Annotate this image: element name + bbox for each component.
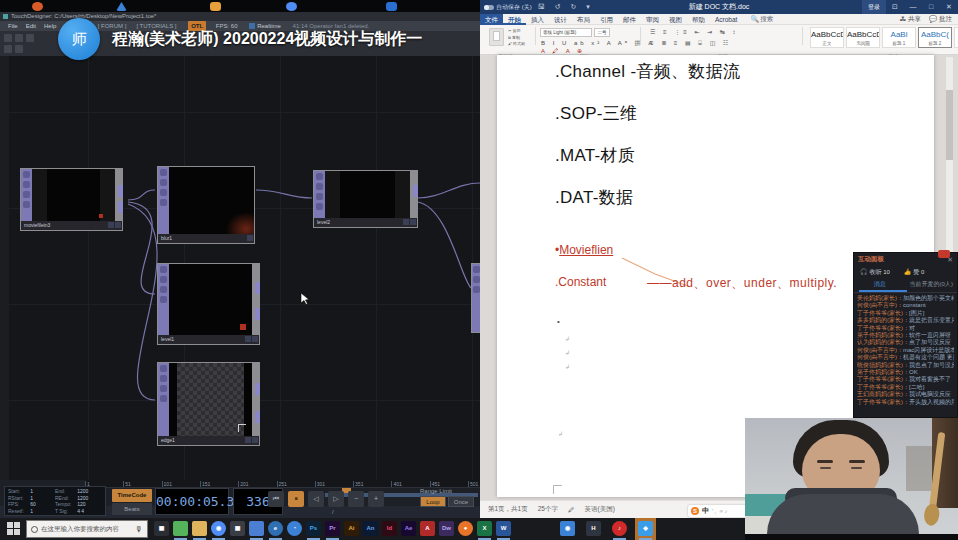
taskbar-icon-illustrator[interactable]: Ai (344, 521, 359, 536)
node-blur1[interactable]: blur1 (157, 166, 255, 244)
td-toolbar-icon[interactable] (4, 45, 12, 53)
node-add-button[interactable] (410, 219, 416, 225)
node-partial[interactable] (471, 263, 480, 333)
td-toolbar-icon[interactable] (15, 34, 23, 42)
node-output-connector[interactable] (255, 282, 260, 294)
font-name-select[interactable]: 等线 Light (标题) (540, 28, 592, 37)
loop-button[interactable]: Loop (420, 496, 446, 507)
node-flags[interactable] (158, 264, 169, 335)
style-标题 1[interactable]: AaBl标题 1 (882, 27, 916, 48)
mic-icon[interactable]: 🎙 (135, 525, 143, 534)
font-tools-row2[interactable]: A 🖍 A ⊕ (541, 47, 585, 54)
node-output-connector[interactable] (413, 185, 418, 197)
td-menu-file[interactable]: File (8, 21, 18, 31)
taskbar-icon-photoshop[interactable]: Ps (306, 521, 321, 536)
taskbar-icon-chrome[interactable]: ◉ (211, 521, 226, 536)
node-add-button[interactable] (252, 336, 258, 342)
node-add-button[interactable] (252, 437, 258, 443)
page-indicator[interactable]: 第1页，共1页 (488, 505, 528, 514)
desktop-icon[interactable] (286, 2, 297, 11)
minimize-button[interactable]: — (904, 0, 922, 14)
node-flags[interactable] (314, 171, 325, 218)
login-button[interactable]: 登录 (862, 0, 886, 14)
td-toolbar-icon[interactable] (15, 45, 23, 53)
node-level1[interactable]: level1 (157, 263, 260, 345)
td-toolbar-icon[interactable] (26, 34, 34, 42)
node-output-connector[interactable] (255, 383, 260, 395)
taskbar-icon-edge[interactable]: e (268, 521, 283, 536)
paragraph-tools-row1[interactable]: ☰ ≡ ⋮≡ ⇤ ⇥ ↹ ↕ (650, 28, 738, 35)
td-toolbar-icon[interactable] (4, 34, 12, 42)
taskbar-icon-premiere[interactable]: Pr (325, 521, 340, 536)
td-network-editor[interactable]: moviefilein3 blur1 (0, 56, 480, 480)
tab-Acrobat[interactable]: Acrobat (710, 14, 742, 25)
ime-mode[interactable]: 中 (702, 506, 709, 516)
tab-引用[interactable]: 引用 (595, 14, 618, 25)
style-标题 3[interactable]: AaBbC标题 3 (954, 27, 958, 48)
taskbar-icon-animate[interactable]: An (363, 521, 378, 536)
tab-mic-list[interactable]: 当前开麦的(0人) (906, 280, 958, 289)
word-count[interactable]: 25个字 (538, 505, 558, 514)
transport-button-4[interactable]: − (348, 491, 364, 507)
proofing-icon[interactable]: 🖉 (568, 506, 575, 513)
start-button[interactable] (7, 522, 20, 535)
tab-帮助[interactable]: 帮助 (687, 14, 710, 25)
node-output-connector[interactable] (255, 308, 260, 320)
desktop-icon[interactable] (32, 2, 43, 11)
tab-审阅[interactable]: 审阅 (641, 14, 664, 25)
taskbar-icon-excel[interactable]: X (477, 521, 492, 536)
tab-file[interactable]: 文件 (480, 14, 503, 25)
tab-视图[interactable]: 视图 (664, 14, 687, 25)
node-name-bar[interactable]: level1 (158, 335, 259, 344)
node-name-bar[interactable]: blur1 (158, 234, 254, 243)
ime-tools[interactable]: ' 。⊙ ♪ (712, 508, 727, 514)
chat-message-list[interactable]: 美伦妈妈(家长)：加颜色的那个英文科技中看何俊(由不言中)：constant丁子… (854, 293, 957, 408)
taskbar-icon-task-view[interactable]: ▦ (154, 521, 169, 536)
node-output-connector[interactable] (118, 201, 123, 213)
desktop-icon[interactable] (116, 2, 127, 11)
autosave-toggle-icon[interactable] (484, 5, 494, 10)
node-flags[interactable] (21, 169, 32, 221)
maximize-button[interactable]: □ (922, 0, 940, 14)
comments-button[interactable]: 💬 批注 (929, 15, 952, 24)
node-moviefilein3[interactable]: moviefilein3 (20, 168, 123, 231)
style-无间隔[interactable]: AaBbCcD无间隔 (846, 27, 880, 48)
quick-access-toolbar[interactable]: 🖫 ↺ ↻ ▾ (538, 3, 594, 11)
transport-button-5[interactable]: + (368, 491, 384, 507)
taskbar-icon-firefox[interactable]: ● (458, 521, 473, 536)
node-name-bar[interactable]: edge1 (158, 436, 259, 445)
node-display-toggle[interactable] (247, 235, 253, 241)
node-flags[interactable] (158, 167, 169, 234)
node-name-bar[interactable]: moviefilein3 (21, 221, 122, 230)
font-size-select[interactable]: 二号 (594, 28, 610, 37)
tab-布局[interactable]: 布局 (572, 14, 595, 25)
taskbar-icon-after-effects[interactable]: Ae (401, 521, 416, 536)
paste-button[interactable] (489, 28, 504, 46)
taskbar-icon-dingtalk[interactable]: ◆ (638, 521, 653, 536)
timeline-ruler[interactable]: 151101151201251301351401451501 (85, 480, 480, 488)
taskbar-icon-screen-record[interactable]: ◉ (560, 521, 575, 536)
transport-button-1[interactable]: ⏸ (288, 491, 304, 507)
node-output-connector[interactable] (118, 185, 123, 197)
td-menu-help[interactable]: Help (44, 21, 56, 31)
node-display-toggle[interactable] (245, 437, 251, 443)
beats-mode-button[interactable]: Beats (112, 503, 152, 516)
share-button[interactable]: 🖧 共享 (900, 15, 921, 24)
taskbar-icon-qq[interactable] (249, 521, 264, 536)
desktop-icon[interactable] (386, 2, 397, 11)
language-indicator[interactable]: 英语(美国) (584, 505, 614, 514)
ribbon-search[interactable]: 🔍 搜索 (750, 15, 773, 24)
desktop-icon[interactable] (210, 2, 221, 11)
taskbar-search[interactable]: 在这里输入你要搜索的内容 🎙 (26, 520, 148, 538)
taskbar-icon-acrobat[interactable]: A (420, 521, 435, 536)
ime-toolbar[interactable]: S 中 ' 。⊙ ♪ (688, 505, 752, 517)
tab-插入[interactable]: 插入 (526, 14, 549, 25)
node-name-bar[interactable]: level2 (314, 218, 417, 227)
node-output-connector[interactable] (255, 411, 260, 423)
taskbar-icon-file-explorer[interactable] (192, 521, 207, 536)
node-display-toggle[interactable] (403, 219, 409, 225)
transport-button-2[interactable]: ◁ (308, 491, 324, 507)
tab-设计[interactable]: 设计 (549, 14, 572, 25)
taskbar-icon-indesign[interactable]: Id (382, 521, 397, 536)
node-add-button[interactable] (115, 222, 121, 228)
